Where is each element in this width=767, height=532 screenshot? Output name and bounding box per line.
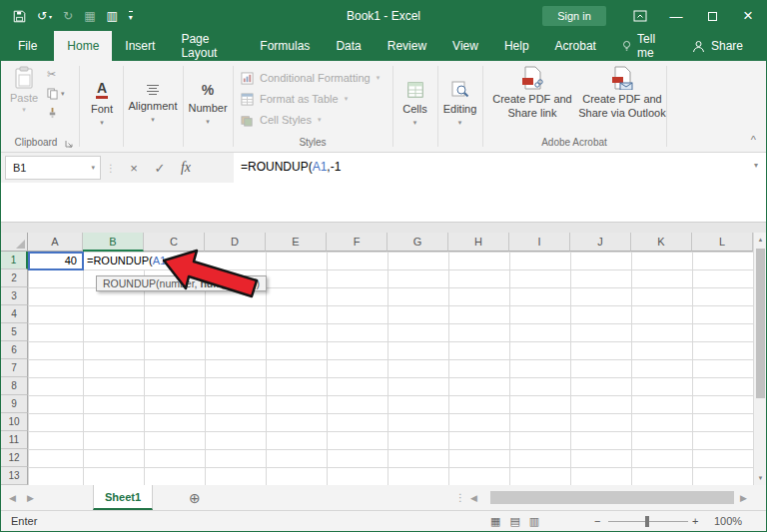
save-button[interactable] (13, 10, 26, 23)
cells-group-button[interactable]: Cells ▾ (392, 61, 437, 147)
expand-formula-bar-button[interactable]: ▾ (754, 161, 758, 170)
column-header-g[interactable]: G (387, 233, 448, 252)
row-header-1[interactable]: 1 (1, 252, 28, 269)
column-header-e[interactable]: E (266, 233, 327, 252)
chevron-down-icon[interactable]: ▾ (91, 164, 95, 172)
row-header-5[interactable]: 5 (1, 323, 28, 341)
hscroll-left-button[interactable]: ◀ (470, 485, 477, 510)
formula-input[interactable]: =ROUNDUP(A1,-1 (241, 160, 341, 174)
format-painter-button[interactable] (47, 106, 65, 119)
tab-insert[interactable]: Insert (112, 31, 168, 61)
ribbon-display-options-button[interactable] (622, 1, 658, 31)
name-box[interactable]: B1 ▾ (5, 156, 101, 180)
conditional-formatting-button[interactable]: Conditional Formatting ▾ (241, 68, 380, 88)
adobe-acrobat-group-label: Adobe Acrobat (482, 137, 666, 148)
copy-button[interactable]: ▾ (47, 87, 65, 100)
font-group-button[interactable]: A Font ▾ (81, 61, 123, 147)
column-header-h[interactable]: H (448, 233, 509, 252)
sheet-prev-button[interactable]: ◀ (9, 485, 16, 510)
normal-view-button[interactable]: ▦ (490, 515, 500, 528)
clipboard-dialog-launcher[interactable] (65, 140, 73, 148)
tab-acrobat[interactable]: Acrobat (542, 31, 609, 61)
close-button[interactable]: × (730, 1, 766, 31)
close-icon: × (743, 6, 753, 26)
select-all-icon (16, 240, 25, 249)
number-group-button[interactable]: % Number ▾ (183, 61, 233, 147)
hscroll-right-button[interactable]: ▶ (740, 485, 747, 510)
column-header-f[interactable]: F (327, 233, 387, 252)
collapse-ribbon-button[interactable]: ^ (751, 134, 756, 146)
format-as-table-button[interactable]: Format as Table ▾ (241, 89, 348, 109)
name-box-value: B1 (13, 162, 26, 174)
alignment-group-button[interactable]: Alignment ▾ (123, 61, 183, 147)
row-header-10[interactable]: 10 (1, 413, 28, 431)
alignment-group-label: Alignment (129, 100, 178, 112)
magnifier-icon (451, 81, 469, 99)
touch-mode-button[interactable]: ▦ (84, 9, 95, 23)
row-header-11[interactable]: 11 (1, 431, 28, 449)
vertical-scrollbar[interactable]: ▲ ▼ (753, 233, 766, 485)
copy-icon (47, 88, 58, 100)
select-all-button[interactable] (1, 233, 28, 252)
maximize-button[interactable] (694, 1, 730, 31)
sheet-next-button[interactable]: ▶ (27, 485, 34, 510)
scroll-down-button[interactable]: ▼ (754, 471, 767, 485)
cut-button[interactable]: ✂ (47, 68, 65, 81)
chevron-down-icon: ▾ (206, 118, 210, 126)
undo-button[interactable]: ↺▾ (37, 9, 52, 23)
column-header-j[interactable]: J (570, 233, 631, 252)
cell-styles-button[interactable]: Cell Styles ▾ (241, 110, 321, 130)
row-header-6[interactable]: 6 (1, 341, 28, 359)
column-header-l[interactable]: L (692, 233, 753, 252)
row-header-4[interactable]: 4 (1, 305, 28, 323)
share-button[interactable]: Share (679, 31, 756, 61)
row-header-12[interactable]: 12 (1, 449, 28, 467)
tab-file[interactable]: File (1, 31, 54, 61)
zoom-in-button[interactable]: + (692, 511, 698, 531)
minimize-button[interactable]: — (658, 1, 694, 31)
page-break-view-button[interactable]: ▥ (529, 515, 539, 528)
sheet-tab-sheet1[interactable]: Sheet1 (93, 485, 153, 510)
row-header-13[interactable]: 13 (1, 467, 28, 485)
enter-button[interactable]: ✓ (147, 161, 173, 176)
horizontal-scrollbar-thumb[interactable] (490, 491, 734, 504)
scroll-up-button[interactable]: ▲ (754, 233, 767, 247)
row-header-3[interactable]: 3 (1, 287, 28, 305)
zoom-level[interactable]: 100% (714, 511, 742, 531)
tab-formulas[interactable]: Formulas (247, 31, 323, 61)
column-header-a[interactable]: A (28, 233, 83, 252)
create-pdf-share-outlook-button[interactable]: Create PDF and Share via Outlook (578, 66, 666, 121)
formula-cell-reference: A1 (313, 160, 328, 174)
tab-page-layout[interactable]: Page Layout (168, 31, 247, 61)
vertical-scrollbar-thumb[interactable] (756, 249, 765, 398)
row-header-2[interactable]: 2 (1, 269, 28, 287)
tab-view[interactable]: View (439, 31, 491, 61)
tab-help[interactable]: Help (491, 31, 542, 61)
cell-a1[interactable]: 40 (28, 253, 81, 269)
tab-review[interactable]: Review (375, 31, 439, 61)
tab-data[interactable]: Data (323, 31, 374, 61)
column-header-k[interactable]: K (631, 233, 692, 252)
create-pdf-share-link-button[interactable]: Create PDF and Share link (488, 66, 576, 121)
zoom-slider-handle[interactable] (645, 516, 649, 527)
row-header-9[interactable]: 9 (1, 395, 28, 413)
zoom-out-button[interactable]: − (594, 511, 600, 531)
cancel-button[interactable]: × (121, 161, 147, 176)
column-header-i[interactable]: I (509, 233, 570, 252)
customize-qat-button[interactable]: ▾ (129, 11, 133, 22)
tab-home[interactable]: Home (54, 31, 112, 61)
sign-in-button[interactable]: Sign in (542, 6, 606, 26)
grid-mode-button[interactable]: ▥ (106, 9, 117, 23)
tab-scroll-splitter[interactable]: ⋮ (455, 485, 465, 510)
row-header-7[interactable]: 7 (1, 359, 28, 377)
tell-me-box[interactable]: Tell me (609, 31, 679, 61)
insert-function-button[interactable]: fx (173, 160, 199, 176)
editing-group-button[interactable]: Editing ▾ (437, 61, 482, 147)
page-layout-view-button[interactable]: ▤ (509, 515, 519, 528)
tell-me-label: Tell me (637, 32, 666, 60)
row-header-8[interactable]: 8 (1, 377, 28, 395)
column-header-b[interactable]: B (83, 233, 144, 252)
redo-button[interactable]: ↻ (63, 9, 73, 23)
paste-button[interactable]: Paste ▾ (7, 66, 41, 114)
new-sheet-button[interactable]: ⊕ (189, 485, 201, 510)
